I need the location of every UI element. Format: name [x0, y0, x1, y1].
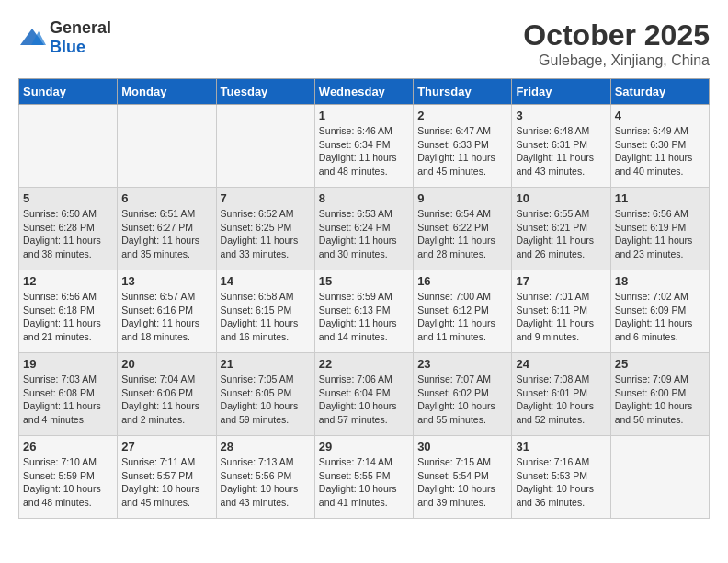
calendar-cell: 7Sunrise: 6:52 AM Sunset: 6:25 PM Daylig…: [216, 188, 314, 270]
day-info: Sunrise: 6:54 AM Sunset: 6:22 PM Dayligh…: [417, 207, 507, 261]
calendar-cell: 18Sunrise: 7:02 AM Sunset: 6:09 PM Dayli…: [610, 270, 709, 353]
calendar-cell: 17Sunrise: 7:01 AM Sunset: 6:11 PM Dayli…: [512, 270, 610, 353]
day-info: Sunrise: 6:58 AM Sunset: 6:15 PM Dayligh…: [221, 290, 311, 344]
day-info: Sunrise: 6:50 AM Sunset: 6:28 PM Dayligh…: [23, 207, 113, 261]
day-number: 25: [615, 357, 705, 371]
day-info: Sunrise: 7:05 AM Sunset: 6:05 PM Dayligh…: [221, 373, 311, 427]
calendar-cell: 12Sunrise: 6:56 AM Sunset: 6:18 PM Dayli…: [19, 270, 118, 353]
day-number: 19: [23, 357, 113, 371]
day-number: 16: [417, 274, 507, 288]
day-info: Sunrise: 6:59 AM Sunset: 6:13 PM Dayligh…: [319, 290, 409, 344]
calendar-body: 1Sunrise: 6:46 AM Sunset: 6:34 PM Daylig…: [19, 105, 710, 519]
day-info: Sunrise: 7:01 AM Sunset: 6:11 PM Dayligh…: [516, 290, 606, 344]
weekday-header-cell: Thursday: [414, 79, 512, 105]
weekday-header-cell: Sunday: [19, 79, 118, 105]
day-number: 10: [516, 191, 606, 205]
day-number: 23: [417, 357, 507, 371]
day-number: 8: [319, 191, 409, 205]
header: General Blue October 2025 Gulebage, Xinj…: [18, 18, 710, 69]
weekday-header-cell: Wednesday: [314, 79, 413, 105]
day-number: 15: [319, 274, 409, 288]
calendar-cell: 2Sunrise: 6:47 AM Sunset: 6:33 PM Daylig…: [414, 105, 512, 188]
day-number: 13: [121, 274, 211, 288]
day-info: Sunrise: 7:10 AM Sunset: 5:59 PM Dayligh…: [23, 455, 113, 510]
day-number: 17: [516, 274, 606, 288]
day-info: Sunrise: 6:56 AM Sunset: 6:19 PM Dayligh…: [615, 207, 705, 261]
day-number: 31: [516, 440, 606, 454]
weekday-header-cell: Saturday: [610, 79, 709, 105]
month-title: October 2025: [523, 18, 710, 52]
day-number: 14: [221, 274, 311, 288]
day-info: Sunrise: 6:56 AM Sunset: 6:18 PM Dayligh…: [23, 290, 113, 344]
calendar-cell: 3Sunrise: 6:48 AM Sunset: 6:31 PM Daylig…: [512, 105, 610, 188]
day-info: Sunrise: 6:46 AM Sunset: 6:34 PM Dayligh…: [319, 124, 409, 178]
calendar-week-row: 5Sunrise: 6:50 AM Sunset: 6:28 PM Daylig…: [19, 188, 710, 270]
day-number: 4: [615, 109, 705, 122]
weekday-header-row: SundayMondayTuesdayWednesdayThursdayFrid…: [19, 79, 710, 105]
day-info: Sunrise: 6:51 AM Sunset: 6:27 PM Dayligh…: [121, 207, 211, 261]
calendar-cell: 9Sunrise: 6:54 AM Sunset: 6:22 PM Daylig…: [414, 188, 512, 270]
logo-text: General Blue: [50, 18, 111, 57]
day-info: Sunrise: 6:55 AM Sunset: 6:21 PM Dayligh…: [516, 207, 606, 261]
day-number: 28: [221, 440, 311, 454]
calendar-cell: 21Sunrise: 7:05 AM Sunset: 6:05 PM Dayli…: [216, 353, 314, 436]
day-number: 2: [417, 109, 507, 122]
calendar-cell: 5Sunrise: 6:50 AM Sunset: 6:28 PM Daylig…: [19, 188, 118, 270]
day-number: 9: [417, 191, 507, 205]
calendar-cell: [610, 436, 709, 519]
day-info: Sunrise: 7:08 AM Sunset: 6:01 PM Dayligh…: [516, 373, 606, 427]
calendar-cell: 31Sunrise: 7:16 AM Sunset: 5:53 PM Dayli…: [512, 436, 610, 519]
day-info: Sunrise: 6:49 AM Sunset: 6:30 PM Dayligh…: [615, 124, 705, 178]
calendar-cell: 28Sunrise: 7:13 AM Sunset: 5:56 PM Dayli…: [216, 436, 314, 519]
calendar-cell: [118, 105, 216, 188]
calendar-cell: 26Sunrise: 7:10 AM Sunset: 5:59 PM Dayli…: [19, 436, 118, 519]
day-info: Sunrise: 7:02 AM Sunset: 6:09 PM Dayligh…: [615, 290, 705, 344]
day-number: 6: [121, 191, 211, 205]
day-info: Sunrise: 6:52 AM Sunset: 6:25 PM Dayligh…: [221, 207, 311, 261]
weekday-header-cell: Friday: [512, 79, 610, 105]
calendar-cell: 25Sunrise: 7:09 AM Sunset: 6:00 PM Dayli…: [610, 353, 709, 436]
day-number: 27: [121, 440, 211, 454]
calendar-cell: 29Sunrise: 7:14 AM Sunset: 5:55 PM Dayli…: [314, 436, 413, 519]
day-info: Sunrise: 7:00 AM Sunset: 6:12 PM Dayligh…: [417, 290, 507, 344]
logo-blue: Blue: [50, 38, 85, 56]
logo-icon: [18, 27, 46, 49]
day-info: Sunrise: 7:16 AM Sunset: 5:53 PM Dayligh…: [516, 455, 606, 510]
day-number: 24: [516, 357, 606, 371]
day-number: 7: [221, 191, 311, 205]
day-info: Sunrise: 6:48 AM Sunset: 6:31 PM Dayligh…: [516, 124, 606, 178]
calendar-cell: 4Sunrise: 6:49 AM Sunset: 6:30 PM Daylig…: [610, 105, 709, 188]
day-number: 5: [23, 191, 113, 205]
day-info: Sunrise: 6:53 AM Sunset: 6:24 PM Dayligh…: [319, 207, 409, 261]
day-info: Sunrise: 7:11 AM Sunset: 5:57 PM Dayligh…: [121, 455, 211, 510]
day-info: Sunrise: 7:13 AM Sunset: 5:56 PM Dayligh…: [221, 455, 311, 510]
calendar-cell: 16Sunrise: 7:00 AM Sunset: 6:12 PM Dayli…: [414, 270, 512, 353]
calendar-week-row: 26Sunrise: 7:10 AM Sunset: 5:59 PM Dayli…: [19, 436, 710, 519]
calendar-cell: 24Sunrise: 7:08 AM Sunset: 6:01 PM Dayli…: [512, 353, 610, 436]
calendar-cell: 30Sunrise: 7:15 AM Sunset: 5:54 PM Dayli…: [414, 436, 512, 519]
calendar-cell: 11Sunrise: 6:56 AM Sunset: 6:19 PM Dayli…: [610, 188, 709, 270]
day-info: Sunrise: 7:14 AM Sunset: 5:55 PM Dayligh…: [319, 455, 409, 510]
calendar-cell: 13Sunrise: 6:57 AM Sunset: 6:16 PM Dayli…: [118, 270, 216, 353]
day-info: Sunrise: 7:07 AM Sunset: 6:02 PM Dayligh…: [417, 373, 507, 427]
day-info: Sunrise: 6:57 AM Sunset: 6:16 PM Dayligh…: [121, 290, 211, 344]
calendar-cell: [19, 105, 118, 188]
calendar-cell: 27Sunrise: 7:11 AM Sunset: 5:57 PM Dayli…: [118, 436, 216, 519]
calendar-week-row: 12Sunrise: 6:56 AM Sunset: 6:18 PM Dayli…: [19, 270, 710, 353]
day-info: Sunrise: 7:04 AM Sunset: 6:06 PM Dayligh…: [121, 373, 211, 427]
calendar-cell: 10Sunrise: 6:55 AM Sunset: 6:21 PM Dayli…: [512, 188, 610, 270]
title-area: October 2025 Gulebage, Xinjiang, China: [523, 18, 710, 69]
day-info: Sunrise: 7:09 AM Sunset: 6:00 PM Dayligh…: [615, 373, 705, 427]
day-number: 20: [121, 357, 211, 371]
calendar-cell: 22Sunrise: 7:06 AM Sunset: 6:04 PM Dayli…: [314, 353, 413, 436]
calendar-cell: 1Sunrise: 6:46 AM Sunset: 6:34 PM Daylig…: [314, 105, 413, 188]
day-number: 11: [615, 191, 705, 205]
day-number: 21: [221, 357, 311, 371]
calendar-cell: [216, 105, 314, 188]
day-number: 22: [319, 357, 409, 371]
calendar-week-row: 1Sunrise: 6:46 AM Sunset: 6:34 PM Daylig…: [19, 105, 710, 188]
calendar-cell: 19Sunrise: 7:03 AM Sunset: 6:08 PM Dayli…: [19, 353, 118, 436]
calendar-cell: 20Sunrise: 7:04 AM Sunset: 6:06 PM Dayli…: [118, 353, 216, 436]
calendar-table: SundayMondayTuesdayWednesdayThursdayFrid…: [18, 78, 710, 519]
day-info: Sunrise: 7:15 AM Sunset: 5:54 PM Dayligh…: [417, 455, 507, 510]
